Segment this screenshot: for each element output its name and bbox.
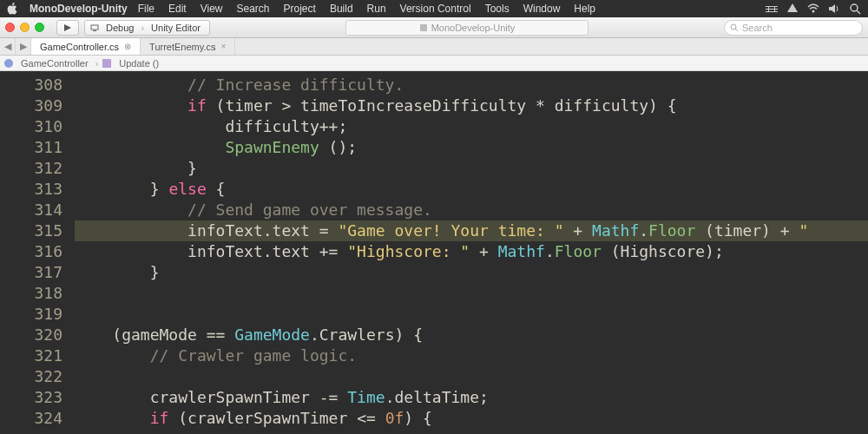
toolbar: Debug › Unity Editor MonoDevelop-Unity S… [0, 17, 868, 38]
svg-rect-12 [93, 30, 96, 31]
tab-close-icon[interactable]: ⊗ [124, 42, 131, 51]
run-button[interactable] [56, 20, 79, 36]
menu-view[interactable]: View [194, 3, 230, 15]
svg-line-15 [735, 29, 738, 31]
svg-line-9 [857, 10, 860, 14]
menu-tools[interactable]: Tools [478, 3, 516, 15]
tab-gamecontroller[interactable]: GameController.cs ⊗ [31, 38, 141, 55]
config-selector[interactable]: Debug › Unity Editor [84, 20, 210, 36]
system-menubar: MonoDevelop-Unity File Edit View Search … [0, 0, 868, 17]
crumb-class[interactable]: GameController [17, 58, 92, 69]
svg-rect-3 [768, 6, 769, 12]
svg-rect-2 [766, 11, 778, 12]
tab-bar: ◀ ▶ GameController.cs ⊗ TurretEnemy.cs × [0, 38, 868, 56]
menu-file[interactable]: File [131, 3, 161, 15]
svg-marker-5 [787, 3, 798, 12]
close-button[interactable] [5, 23, 15, 32]
menu-project[interactable]: Project [277, 3, 323, 15]
method-icon [102, 58, 112, 69]
svg-point-6 [812, 10, 815, 13]
line-gutter: 3083093103113123133143153163173183193203… [0, 71, 75, 434]
breadcrumb: GameController › Update () [0, 56, 868, 71]
app-title[interactable]: MonoDevelop-Unity [23, 3, 131, 15]
svg-rect-13 [420, 24, 427, 31]
class-icon [3, 58, 14, 69]
svg-point-8 [851, 4, 858, 11]
svg-rect-11 [91, 25, 98, 30]
minimize-button[interactable] [20, 23, 30, 32]
code-editor[interactable]: 3083093103113123133143153163173183193203… [0, 71, 868, 434]
menu-window[interactable]: Window [516, 3, 568, 15]
menu-vcs[interactable]: Version Control [393, 3, 478, 15]
svg-marker-7 [829, 4, 835, 13]
device-icon [90, 23, 99, 32]
nav-back[interactable]: ◀ [0, 38, 16, 55]
window-controls [5, 23, 44, 32]
svg-point-16 [4, 59, 13, 68]
tab-close-icon[interactable]: × [221, 42, 227, 51]
search-icon [730, 23, 739, 32]
sync-icon[interactable] [766, 3, 778, 15]
menu-run[interactable]: Run [360, 3, 393, 15]
svg-rect-17 [102, 59, 111, 68]
spotlight-icon[interactable] [849, 3, 861, 15]
search-input[interactable]: Search [724, 20, 863, 36]
wifi-icon[interactable] [807, 3, 819, 15]
drive-icon[interactable] [786, 3, 799, 15]
zoom-button[interactable] [35, 23, 44, 32]
menu-edit[interactable]: Edit [161, 3, 194, 15]
menu-help[interactable]: Help [567, 3, 602, 15]
crumb-method[interactable]: Update () [115, 58, 162, 69]
apple-icon[interactable] [7, 3, 17, 15]
svg-rect-0 [766, 6, 778, 7]
unity-icon [419, 23, 428, 32]
tab-turretenemy[interactable]: TurretEnemy.cs × [141, 38, 235, 55]
menu-search[interactable]: Search [230, 3, 277, 15]
code-area[interactable]: // Increase difficulty. if (timer > time… [75, 71, 868, 434]
svg-marker-10 [64, 24, 71, 31]
volume-icon[interactable] [828, 3, 840, 15]
svg-rect-4 [774, 6, 775, 12]
address-bar[interactable]: MonoDevelop-Unity [345, 20, 589, 36]
svg-rect-1 [766, 9, 778, 10]
nav-forward[interactable]: ▶ [16, 38, 31, 55]
menu-build[interactable]: Build [323, 3, 360, 15]
